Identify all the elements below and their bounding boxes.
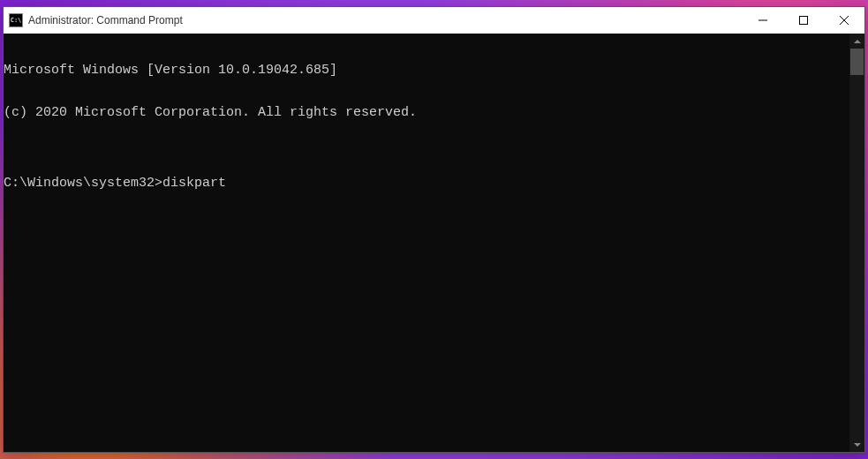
scroll-down-arrow-icon[interactable] <box>849 437 864 452</box>
close-icon <box>840 16 849 25</box>
cmd-icon-label: C:\ <box>11 17 22 24</box>
terminal-content[interactable]: Microsoft Windows [Version 10.0.19042.68… <box>4 34 849 452</box>
window-title: Administrator: Command Prompt <box>28 14 743 26</box>
vertical-scrollbar[interactable] <box>849 34 864 452</box>
terminal-line: Microsoft Windows [Version 10.0.19042.68… <box>4 64 849 78</box>
scroll-track[interactable] <box>849 49 864 437</box>
terminal-line: (c) 2020 Microsoft Corporation. All righ… <box>4 106 849 120</box>
minimize-icon <box>759 16 767 25</box>
terminal-line: C:\Windows\system32>diskpart <box>4 177 849 191</box>
maximize-icon <box>799 16 808 25</box>
close-button[interactable] <box>824 7 864 34</box>
titlebar[interactable]: C:\ Administrator: Command Prompt <box>4 7 864 34</box>
cmd-icon: C:\ <box>9 13 23 27</box>
window-controls <box>743 7 864 34</box>
command-prompt-window: C:\ Administrator: Command Prompt <box>3 6 865 453</box>
maximize-button[interactable] <box>783 7 824 34</box>
svg-rect-1 <box>800 17 808 25</box>
scroll-thumb[interactable] <box>850 49 864 75</box>
terminal-area: Microsoft Windows [Version 10.0.19042.68… <box>4 34 864 452</box>
minimize-button[interactable] <box>743 7 783 34</box>
scroll-up-arrow-icon[interactable] <box>849 34 864 49</box>
